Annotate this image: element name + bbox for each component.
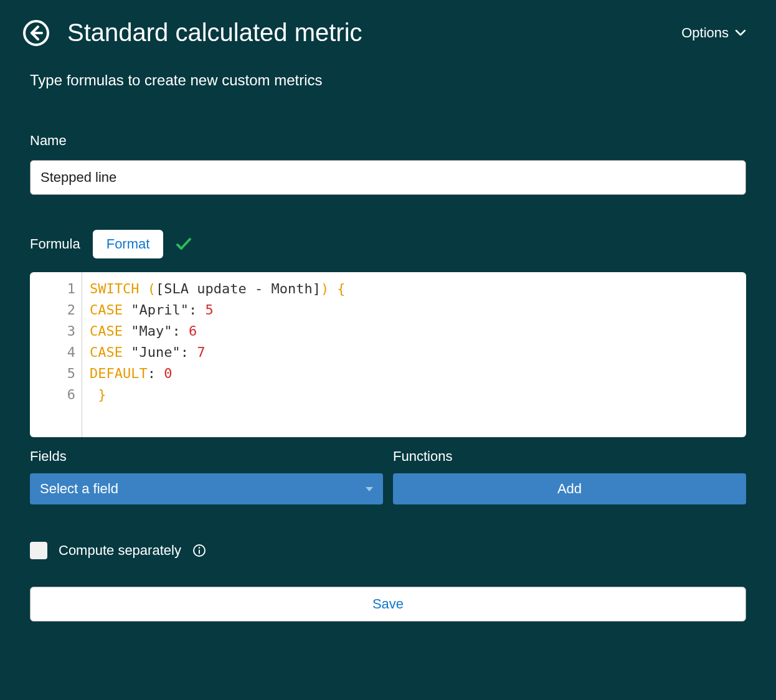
name-label: Name — [30, 133, 746, 149]
add-function-button[interactable]: Add — [393, 473, 746, 504]
page-subtitle: Type formulas to create new custom metri… — [30, 72, 746, 89]
fields-select[interactable]: Select a field — [30, 473, 383, 504]
info-icon[interactable] — [192, 544, 206, 557]
check-icon — [176, 237, 192, 251]
compute-separately-label: Compute separately — [59, 542, 181, 559]
compute-separately-checkbox[interactable] — [30, 542, 47, 559]
header: Standard calculated metric Options — [22, 19, 746, 47]
options-menu[interactable]: Options — [681, 25, 746, 41]
chevron-down-icon — [735, 29, 746, 37]
name-input[interactable] — [30, 160, 746, 195]
fields-label: Fields — [30, 448, 383, 465]
svg-point-3 — [199, 547, 201, 549]
editor-gutter: 123456 — [30, 272, 82, 437]
back-button[interactable] — [22, 19, 50, 47]
svg-rect-4 — [199, 550, 200, 554]
fields-select-placeholder: Select a field — [40, 481, 118, 497]
formula-editor[interactable]: 123456 SWITCH ([SLA update - Month]) {CA… — [30, 272, 746, 437]
page-title: Standard calculated metric — [67, 19, 362, 47]
options-label: Options — [681, 25, 729, 41]
editor-code: SWITCH ([SLA update - Month]) {CASE "Apr… — [82, 272, 353, 437]
arrow-left-circle-icon — [22, 19, 50, 47]
formula-label: Formula — [30, 236, 80, 252]
functions-label: Functions — [393, 448, 746, 465]
format-button[interactable]: Format — [93, 230, 164, 258]
save-button[interactable]: Save — [30, 587, 746, 622]
triangle-down-icon — [366, 487, 373, 491]
